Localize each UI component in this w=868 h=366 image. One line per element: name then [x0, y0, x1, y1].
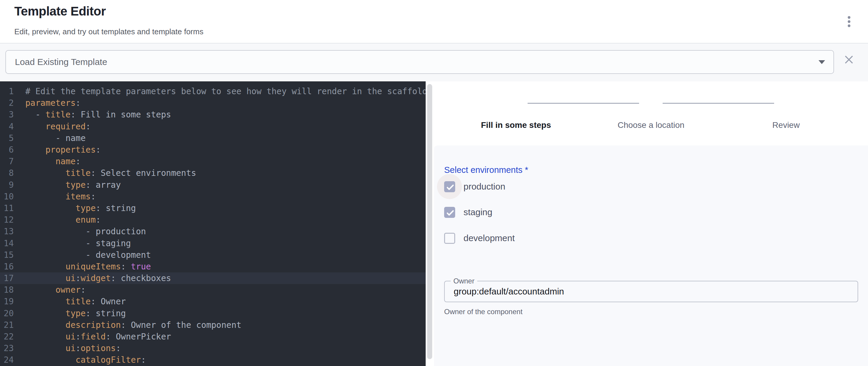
code-text: enum:	[25, 215, 101, 225]
code-line: 23 ui:options:	[0, 342, 426, 354]
template-editor-page: Template Editor Edit, preview, and try o…	[0, 0, 868, 366]
code-line: 4 required:	[0, 121, 426, 132]
code-text: - staging	[25, 238, 131, 248]
close-icon[interactable]	[842, 53, 856, 66]
line-number: 15	[0, 250, 14, 260]
code-line: 5 - name	[0, 132, 426, 144]
code-line: 16 uniqueItems: true	[0, 261, 426, 272]
environments-field-label: Select environments *	[444, 165, 528, 175]
checkmark-icon	[445, 208, 455, 218]
code-text: uniqueItems: true	[25, 262, 151, 272]
line-number: 24	[0, 355, 14, 365]
code-text: ui:widget: checkboxes	[25, 273, 171, 283]
line-number: 17	[0, 273, 14, 283]
code-text: - title: Fill in some steps	[25, 110, 171, 120]
code-area: 1# Edit the template parameters below to…	[0, 86, 426, 366]
code-text: type: string	[25, 203, 136, 213]
code-text: properties:	[25, 145, 101, 155]
code-text: type: string	[25, 308, 126, 318]
checkbox-development[interactable]	[444, 233, 455, 244]
code-line: 14 - staging	[0, 237, 426, 249]
code-line: 3 - title: Fill in some steps	[0, 109, 426, 120]
code-text: parameters:	[25, 98, 81, 108]
code-line: 17 ui:widget: checkboxes	[0, 272, 426, 284]
kebab-menu-icon[interactable]	[842, 14, 856, 29]
code-line: 21 description: Owner of the component	[0, 319, 426, 331]
wizard-stepper: 1 2 3 Fill in some steps Choose a locati…	[434, 81, 868, 146]
line-number: 8	[0, 168, 14, 178]
line-number: 16	[0, 262, 14, 272]
checkbox-staging[interactable]	[444, 207, 455, 218]
code-text: items:	[25, 192, 96, 202]
code-text: # Edit the template parameters below to …	[25, 86, 426, 96]
code-line: 8 title: Select environments	[0, 167, 426, 179]
code-text: type: array	[25, 180, 121, 190]
code-line: 11 type: string	[0, 202, 426, 214]
line-number: 21	[0, 320, 14, 330]
line-number: 6	[0, 145, 14, 155]
editor-scrollbar-track	[426, 81, 434, 366]
code-editor[interactable]: 1# Edit the template parameters below to…	[0, 81, 426, 366]
select-placeholder: Load Existing Template	[15, 51, 107, 73]
env-checkbox-row[interactable]: development	[444, 233, 515, 244]
code-line: 13 - production	[0, 225, 426, 237]
checkbox-label: development	[464, 233, 515, 243]
code-text: - production	[25, 226, 146, 236]
owner-field-value[interactable]: group:default/accountadmin	[454, 281, 847, 302]
code-line: 6 properties:	[0, 144, 426, 156]
owner-helper-text: Owner of the component	[444, 308, 523, 316]
step-connector	[528, 103, 639, 104]
code-line: 9 type: array	[0, 179, 426, 191]
line-number: 13	[0, 226, 14, 236]
code-line: 10 items:	[0, 191, 426, 202]
line-number: 9	[0, 180, 14, 190]
env-checkbox-row[interactable]: staging	[444, 207, 492, 218]
form-panel: Select environments * production staging	[434, 146, 868, 366]
editor-scrollbar-thumb[interactable]	[427, 84, 432, 359]
load-existing-template-select[interactable]: Load Existing Template	[5, 50, 834, 74]
line-number: 7	[0, 156, 14, 166]
line-number: 19	[0, 297, 14, 306]
step-connector	[662, 103, 774, 104]
code-text: catalogFilter:	[25, 355, 146, 365]
code-line: 20 type: string	[0, 308, 426, 319]
code-line: 18 owner:	[0, 284, 426, 296]
code-line: 2parameters:	[0, 97, 426, 109]
code-text: owner:	[25, 285, 86, 295]
code-text: required:	[25, 122, 91, 131]
line-number: 20	[0, 308, 14, 318]
code-line: 12 enum:	[0, 214, 426, 225]
env-checkbox-row[interactable]: production	[444, 181, 505, 192]
owner-input[interactable]: Owner group:default/accountadmin	[444, 281, 858, 302]
code-line: 22 ui:field: OwnerPicker	[0, 331, 426, 342]
code-line: 19 title: Owner	[0, 296, 426, 307]
code-text: description: Owner of the component	[25, 320, 242, 330]
required-marker: *	[525, 165, 528, 175]
line-number: 23	[0, 343, 14, 353]
line-number: 4	[0, 122, 14, 131]
step-label: Fill in some steps	[456, 120, 576, 130]
code-text: title: Owner	[25, 297, 126, 306]
line-number: 22	[0, 332, 14, 341]
code-text: - name	[25, 133, 86, 143]
code-line: 15 - development	[0, 249, 426, 261]
environments-label-text: Select environments	[444, 165, 523, 175]
code-text: title: Select environments	[25, 168, 196, 178]
code-text: ui:field: OwnerPicker	[25, 332, 171, 341]
code-text: ui:options:	[25, 343, 121, 353]
checkbox-label: staging	[464, 207, 492, 217]
line-number: 14	[0, 238, 14, 248]
line-number: 12	[0, 215, 14, 225]
page-subtitle: Edit, preview, and try out templates and…	[14, 27, 203, 36]
line-number: 5	[0, 133, 14, 143]
page-title: Template Editor	[14, 4, 106, 19]
line-number: 1	[0, 86, 14, 96]
code-line: 7 name:	[0, 156, 426, 167]
step-label: Choose a location	[591, 120, 711, 130]
checkbox-production[interactable]	[444, 181, 455, 192]
checkmark-icon	[445, 182, 455, 192]
code-text: - development	[25, 250, 151, 260]
line-number: 11	[0, 203, 14, 213]
code-text: name:	[25, 156, 81, 166]
line-number: 2	[0, 98, 14, 108]
